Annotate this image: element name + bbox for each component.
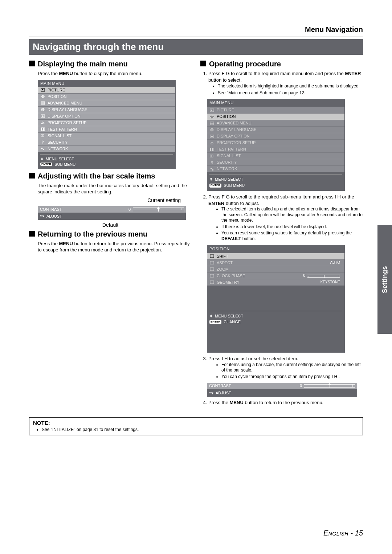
menu-item-label: GEOMETRY: [217, 280, 240, 285]
panel-title: MAIN MENU: [38, 80, 175, 87]
panel-title: MAIN MENU: [207, 99, 344, 107]
svg-rect-53: [210, 274, 214, 277]
menu-item-label: SHIFT: [217, 254, 228, 259]
svg-rect-50: [210, 255, 214, 258]
current-setting-label: Current setting: [29, 197, 192, 203]
menu-item: POSITION: [38, 93, 175, 100]
menu-item: SHIFT: [207, 253, 344, 259]
menu-item: PROJECTOR SETUP: [38, 119, 175, 126]
menu-item: PROJECTOR SETUP: [207, 139, 344, 146]
menu-item: SECURITY: [207, 159, 344, 165]
menu-item: PICTURE: [38, 87, 175, 93]
menu-item-value: 0−+: [303, 273, 342, 278]
svg-rect-15: [43, 128, 44, 131]
network-icon: [40, 147, 45, 151]
step3-bullet1: For items using a bar scale, the current…: [221, 362, 363, 373]
svg-line-49: [212, 168, 213, 170]
note-bullet1: See "INITIALIZE" on page 31 to reset the…: [42, 427, 359, 432]
svg-rect-14: [41, 128, 42, 131]
menu-item-label: SECURITY: [217, 160, 237, 165]
position-icon: [209, 115, 215, 119]
header-divider: [29, 37, 363, 37]
svg-rect-16: [41, 135, 44, 137]
enter-icon: ENTER: [40, 163, 52, 166]
heading-displaying-main-menu: Displaying the main menu: [29, 60, 192, 68]
security-icon: [40, 140, 45, 144]
returning-body: Press the MENU button to return to the p…: [38, 241, 192, 253]
menu-item-label: POSITION: [48, 94, 67, 99]
svg-rect-52: [210, 268, 214, 271]
menu-item-label: PICTURE: [217, 107, 234, 113]
menu-item-label: NETWORK: [48, 147, 68, 151]
menu-item-label: POSITION: [217, 114, 236, 119]
menu-item: ADVANCED MENU: [38, 100, 175, 106]
svg-rect-41: [210, 155, 213, 157]
heading-operating-procedure: Operating procedure: [200, 60, 363, 68]
heading-returning: Returning to the previous menu: [29, 230, 192, 238]
enter-icon: ENTER: [209, 184, 221, 188]
bar-footer: ⮀ ADJUST: [38, 213, 186, 220]
menu-item-icon: [209, 260, 215, 265]
step-4: Press the MENU button to return to the p…: [208, 399, 363, 406]
footer-menu-select: MENU SELECT: [215, 177, 243, 182]
setup-icon: [40, 120, 45, 125]
setup-icon: [209, 141, 215, 145]
note-title: NOTE:: [33, 420, 359, 426]
menu-item-icon: [209, 280, 215, 284]
step-3: Press I H to adjust or set the selected …: [208, 356, 363, 397]
advanced-icon: [209, 121, 215, 126]
menu-item: DISPLAY LANGUAGE: [38, 106, 175, 113]
menu-item: POSITION: [207, 113, 344, 120]
side-tab-settings: Settings: [377, 225, 392, 334]
svg-rect-22: [41, 148, 42, 149]
svg-point-44: [211, 161, 213, 163]
menu-item-label: DISPLAY LANGUAGE: [217, 127, 257, 132]
step2-bullet1: The selected item is called up and the o…: [221, 206, 363, 223]
menu-item-icon: [209, 254, 215, 258]
svg-rect-30: [210, 122, 214, 125]
svg-rect-12: [42, 123, 43, 124]
svg-rect-51: [210, 261, 214, 264]
menu-item: DISPLAY OPTION: [207, 133, 344, 139]
footer-sub-menu: SUB MENU: [54, 162, 75, 167]
svg-point-19: [42, 141, 44, 142]
test-icon: [209, 147, 215, 152]
menu-item-icon: [209, 267, 215, 271]
page-title: Navigating through the menu: [29, 39, 363, 55]
language-icon: [209, 128, 215, 132]
signal-icon: [209, 154, 215, 158]
menu-item: DISPLAY LANGUAGE: [207, 126, 344, 133]
menu-item-label: CLOCK PHASE: [217, 273, 245, 279]
signal-icon: [40, 134, 45, 138]
menu-item-label: DISPLAY OPTION: [217, 134, 250, 139]
language-icon: [40, 107, 45, 112]
default-label: Default: [29, 222, 192, 228]
menu-item: ADVANCED MENU: [207, 120, 344, 126]
menu-item-label: NETWORK: [217, 166, 237, 172]
panel-title: POSITION: [207, 245, 344, 253]
step-1: Press F G to scroll to the required main…: [208, 70, 363, 191]
menu-item-label: PICTURE: [48, 88, 65, 92]
contrast-bar-row-2: CONTRAST 0 − +: [207, 383, 357, 389]
menu-item-label: ZOOM: [217, 267, 229, 272]
main-menu-panel-2: MAIN MENU PICTUREPOSITIONADVANCED MENUDI…: [207, 99, 345, 191]
updown-icon: ⬍: [40, 157, 44, 161]
step1-bullet1: The selected item is highlighted in oran…: [218, 83, 363, 89]
menu-item-value: AUTO: [330, 260, 342, 265]
menu-item-label: TEST PATTERN: [217, 147, 246, 152]
menu-item: GEOMETRYKEYSTONE: [207, 279, 344, 286]
step-2: Press F G to scroll to the required sub-…: [208, 194, 363, 353]
menu-item: TEST PATTERN: [207, 146, 344, 152]
picture-icon: [209, 108, 215, 112]
leftright-icon: ⮀: [209, 390, 213, 396]
menu-item: TEST PATTERN: [38, 126, 175, 132]
svg-rect-5: [41, 102, 45, 104]
step1-bullet2: See "Main menu and Sub-menu" on page 12.: [218, 90, 363, 96]
svg-rect-54: [210, 281, 214, 284]
bar-scale: − +: [133, 208, 184, 211]
position-panel: POSITION SHIFTASPECTAUTOZOOMCLOCK PHASE0…: [207, 245, 345, 353]
svg-rect-40: [212, 148, 213, 151]
menu-item: NETWORK: [207, 165, 344, 172]
bar-footer: ⮀ ADJUST: [207, 389, 357, 397]
menu-item: SIGNAL LIST: [207, 152, 344, 159]
